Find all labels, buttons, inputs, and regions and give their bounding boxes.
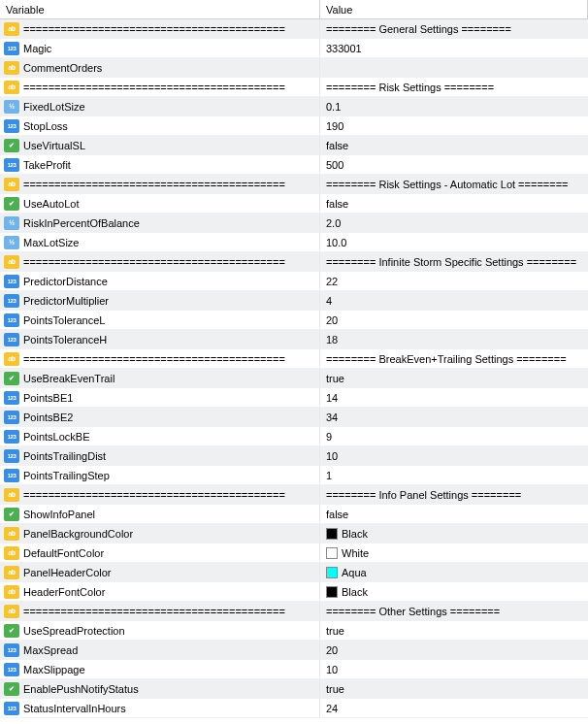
variable-cell[interactable]: ✔UseBreakEvenTrail — [0, 369, 320, 387]
table-row[interactable]: ab======================================… — [0, 252, 588, 272]
value-cell[interactable]: 10.0 — [320, 233, 588, 251]
variable-cell[interactable]: 123PointsBE2 — [0, 408, 320, 426]
table-row[interactable]: abHeaderFontColorBlack — [0, 582, 588, 602]
value-cell[interactable]: 20 — [320, 641, 588, 659]
value-cell[interactable]: true — [320, 369, 588, 387]
variable-cell[interactable]: 123TakeProfit — [0, 155, 320, 174]
variable-cell[interactable]: abCommentOrders — [0, 58, 320, 77]
column-header-variable[interactable]: Variable — [0, 0, 320, 19]
variable-cell[interactable]: ✔UseAutoLot — [0, 194, 320, 213]
table-row[interactable]: 123PointsLockBE9 — [0, 427, 588, 446]
variable-cell[interactable]: ab======================================… — [0, 602, 320, 620]
value-cell[interactable]: 190 — [320, 116, 588, 135]
table-row[interactable]: ✔UseAutoLotfalse — [0, 194, 588, 214]
value-cell[interactable]: true — [320, 621, 588, 640]
table-row[interactable]: 123TakeProfit500 — [0, 155, 588, 175]
variable-cell[interactable]: ½RiskInPercentOfBalance — [0, 214, 320, 232]
table-row[interactable]: 123MaxSpread20 — [0, 641, 588, 660]
variable-cell[interactable]: 123StatusIntervalInHours — [0, 699, 320, 717]
table-row[interactable]: ✔UseBreakEvenTrailtrue — [0, 369, 588, 388]
value-cell[interactable]: Aqua — [320, 563, 588, 581]
table-row[interactable]: ✔EnablePushNotifyStatustrue — [0, 679, 588, 699]
value-cell[interactable]: 9 — [320, 427, 588, 445]
table-row[interactable]: 123PointsTrailingStep1 — [0, 466, 588, 485]
value-cell[interactable]: Black — [320, 582, 588, 601]
variable-cell[interactable]: 123PointsToleranceH — [0, 330, 320, 348]
table-row[interactable]: ½MaxLotSize10.0 — [0, 233, 588, 252]
value-cell[interactable] — [320, 58, 588, 77]
value-cell[interactable]: 0.1 — [320, 97, 588, 115]
value-cell[interactable]: 10 — [320, 446, 588, 465]
value-cell[interactable]: 500 — [320, 155, 588, 174]
table-row[interactable]: 123Magic333001 — [0, 39, 588, 58]
table-row[interactable]: 123StopLoss190 — [0, 116, 588, 136]
table-row[interactable]: 123PointsBE114 — [0, 388, 588, 408]
table-row[interactable]: 123PredictorMultiplier4 — [0, 291, 588, 311]
variable-cell[interactable]: 123StopLoss — [0, 116, 320, 135]
value-cell[interactable]: 1 — [320, 466, 588, 484]
value-cell[interactable]: false — [320, 194, 588, 213]
value-cell[interactable]: 4 — [320, 291, 588, 310]
variable-cell[interactable]: 123PointsBE1 — [0, 388, 320, 407]
table-row[interactable]: ab======================================… — [0, 485, 588, 505]
variable-cell[interactable]: ab======================================… — [0, 252, 320, 271]
variable-cell[interactable]: ½MaxLotSize — [0, 233, 320, 251]
variable-cell[interactable]: 123PredictorDistance — [0, 272, 320, 290]
value-cell[interactable]: White — [320, 543, 588, 562]
table-row[interactable]: ab======================================… — [0, 19, 588, 39]
value-cell[interactable]: 24 — [320, 699, 588, 717]
variable-cell[interactable]: ab======================================… — [0, 175, 320, 193]
value-cell[interactable]: false — [320, 136, 588, 154]
value-cell[interactable]: ======== BreakEven+Trailing Settings ===… — [320, 349, 588, 368]
value-cell[interactable]: ======== Other Settings ======== — [320, 602, 588, 620]
value-cell[interactable]: ======== Info Panel Settings ======== — [320, 485, 588, 504]
value-cell[interactable]: 22 — [320, 272, 588, 290]
table-row[interactable]: abCommentOrders — [0, 58, 588, 78]
variable-cell[interactable]: abDefaultFontColor — [0, 543, 320, 562]
variable-cell[interactable]: ab======================================… — [0, 19, 320, 38]
value-cell[interactable]: ======== Infinite Storm Specific Setting… — [320, 252, 588, 271]
value-cell[interactable]: Black — [320, 524, 588, 543]
variable-cell[interactable]: ✔EnablePushNotifyStatus — [0, 679, 320, 698]
variable-cell[interactable]: ab======================================… — [0, 78, 320, 96]
table-row[interactable]: 123PointsTrailingDist10 — [0, 446, 588, 466]
table-row[interactable]: 123PointsToleranceL20 — [0, 311, 588, 330]
variable-cell[interactable]: ab======================================… — [0, 349, 320, 368]
value-cell[interactable]: 333001 — [320, 39, 588, 57]
value-cell[interactable]: 20 — [320, 311, 588, 329]
variable-cell[interactable]: ✔UseVirtualSL — [0, 136, 320, 154]
variable-cell[interactable]: ✔UseSpreadProtection — [0, 621, 320, 640]
value-cell[interactable]: false — [320, 505, 588, 523]
value-cell[interactable]: 10 — [320, 660, 588, 678]
value-cell[interactable]: true — [320, 679, 588, 698]
value-cell[interactable]: 34 — [320, 408, 588, 426]
value-cell[interactable]: ======== Risk Settings ======== — [320, 78, 588, 96]
variable-cell[interactable]: 123Magic — [0, 39, 320, 57]
table-row[interactable]: ab======================================… — [0, 175, 588, 194]
table-row[interactable]: 123MaxSlippage10 — [0, 660, 588, 679]
variable-cell[interactable]: 123PointsTrailingDist — [0, 446, 320, 465]
variable-cell[interactable]: 123PointsToleranceL — [0, 311, 320, 329]
value-cell[interactable]: ======== General Settings ======== — [320, 19, 588, 38]
table-row[interactable]: abPanelBackgroundColorBlack — [0, 524, 588, 543]
table-row[interactable]: 123PredictorDistance22 — [0, 272, 588, 291]
variable-cell[interactable]: 123PredictorMultiplier — [0, 291, 320, 310]
table-row[interactable]: ½FixedLotSize0.1 — [0, 97, 588, 116]
variable-cell[interactable]: 123PointsLockBE — [0, 427, 320, 445]
value-cell[interactable]: ======== Risk Settings - Automatic Lot =… — [320, 175, 588, 193]
table-row[interactable]: ab======================================… — [0, 602, 588, 621]
table-row[interactable]: abDefaultFontColorWhite — [0, 543, 588, 563]
value-cell[interactable]: 18 — [320, 330, 588, 348]
table-row[interactable]: ✔UseVirtualSLfalse — [0, 136, 588, 155]
value-cell[interactable]: 14 — [320, 388, 588, 407]
table-row[interactable]: abPanelHeaderColorAqua — [0, 563, 588, 582]
variable-cell[interactable]: 123MaxSpread — [0, 641, 320, 659]
variable-cell[interactable]: abHeaderFontColor — [0, 582, 320, 601]
table-row[interactable]: ab======================================… — [0, 78, 588, 97]
table-row[interactable]: 123StatusIntervalInHours24 — [0, 699, 588, 718]
table-row[interactable]: ✔UseSpreadProtectiontrue — [0, 621, 588, 641]
variable-cell[interactable]: 123MaxSlippage — [0, 660, 320, 678]
table-row[interactable]: ab======================================… — [0, 349, 588, 369]
variable-cell[interactable]: abPanelBackgroundColor — [0, 524, 320, 543]
table-row[interactable]: 123PointsToleranceH18 — [0, 330, 588, 349]
